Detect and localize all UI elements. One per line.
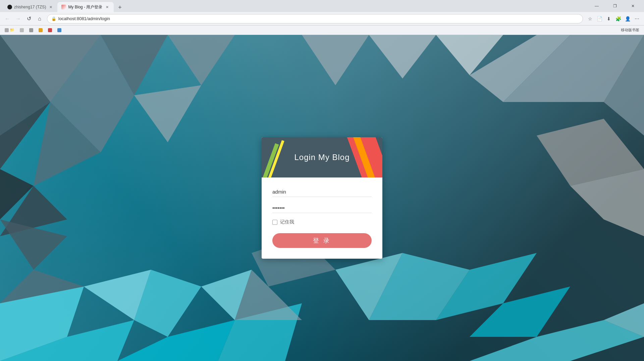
- login-title: Login My Blog: [294, 153, 350, 162]
- window-controls: — ❐ ✕: [589, 1, 641, 11]
- tab-github[interactable]: zhisheng17 (TZS) ✕: [3, 2, 57, 12]
- more-menu-icon[interactable]: ⋯: [633, 14, 641, 23]
- home-button[interactable]: ⌂: [35, 14, 44, 23]
- address-input[interactable]: [58, 16, 579, 21]
- card-body: 记住我 登 录: [262, 177, 382, 259]
- svg-marker-19: [302, 35, 369, 85]
- reader-view-icon[interactable]: 📄: [595, 14, 604, 23]
- mobile-bookmarks-label: 移动版书签: [621, 28, 639, 33]
- toolbar-actions: ☆ 📄 ⬇ 🧩 👤 ⋯: [586, 14, 641, 23]
- page-content: Login My Blog 记住我 登 录: [0, 35, 644, 361]
- minimize-button[interactable]: —: [589, 1, 604, 11]
- download-icon[interactable]: ⬇: [604, 14, 613, 23]
- card-header: Login My Blog: [262, 137, 382, 177]
- svg-marker-7: [134, 85, 201, 142]
- tab-blog-close[interactable]: ✕: [104, 4, 110, 10]
- password-field-container: [272, 203, 372, 213]
- tab-strip: zhisheng17 (TZS) ✕ My Blog - 用户登录 ✕ +: [3, 0, 588, 12]
- bookmarks-bar-item-4[interactable]: [37, 28, 45, 33]
- bookmarks-bar-item-3[interactable]: [27, 28, 35, 33]
- title-bar: zhisheng17 (TZS) ✕ My Blog - 用户登录 ✕ + — …: [0, 0, 644, 12]
- tab-github-close[interactable]: ✕: [48, 4, 53, 10]
- username-input[interactable]: [272, 187, 372, 197]
- lock-icon: 🔒: [51, 16, 56, 21]
- github-favicon: [7, 5, 12, 9]
- remember-checkbox[interactable]: [272, 220, 277, 225]
- login-button[interactable]: 登 录: [272, 233, 372, 248]
- extensions-icon[interactable]: 🧩: [614, 14, 623, 23]
- svg-marker-6: [168, 35, 235, 85]
- remember-row: 记住我: [272, 219, 372, 225]
- refresh-button[interactable]: ↺: [24, 14, 34, 23]
- tab-github-label: zhisheng17 (TZS): [14, 5, 46, 9]
- login-card: Login My Blog 记住我 登 录: [262, 137, 382, 259]
- profile-icon[interactable]: 👤: [623, 14, 632, 23]
- tab-blog-label: My Blog - 用户登录: [68, 4, 102, 10]
- bookmarks-bar-item-5[interactable]: [46, 28, 54, 33]
- password-input[interactable]: [272, 203, 372, 213]
- maximize-button[interactable]: ❐: [607, 1, 623, 11]
- tab-blog[interactable]: My Blog - 用户登录 ✕: [57, 2, 114, 12]
- username-field-container: [272, 187, 372, 197]
- svg-marker-20: [369, 35, 436, 79]
- svg-marker-16: [117, 320, 235, 361]
- bookmarks-bar-item-2[interactable]: [18, 28, 26, 33]
- remember-label[interactable]: 记住我: [280, 219, 294, 225]
- navigation-toolbar: ← → ↺ ⌂ 🔒 ☆ 📄 ⬇ 🧩 👤 ⋯: [0, 12, 644, 25]
- mobile-bookmarks-item[interactable]: 移动版书签: [619, 27, 641, 33]
- bookmarks-bar-item-6[interactable]: [55, 28, 63, 33]
- bookmarks-bar-item-1[interactable]: 📁: [3, 27, 16, 33]
- close-button[interactable]: ✕: [625, 1, 641, 11]
- address-bar-container: 🔒: [47, 14, 583, 23]
- blog-favicon: [61, 5, 66, 9]
- bookmarks-star-icon[interactable]: ☆: [586, 14, 594, 23]
- bookmark-label-1: 📁: [10, 28, 14, 32]
- bookmarks-bar: 📁 移动版书签: [0, 25, 644, 35]
- back-button[interactable]: ←: [3, 14, 12, 23]
- forward-button[interactable]: →: [13, 14, 23, 23]
- new-tab-button[interactable]: +: [115, 3, 124, 12]
